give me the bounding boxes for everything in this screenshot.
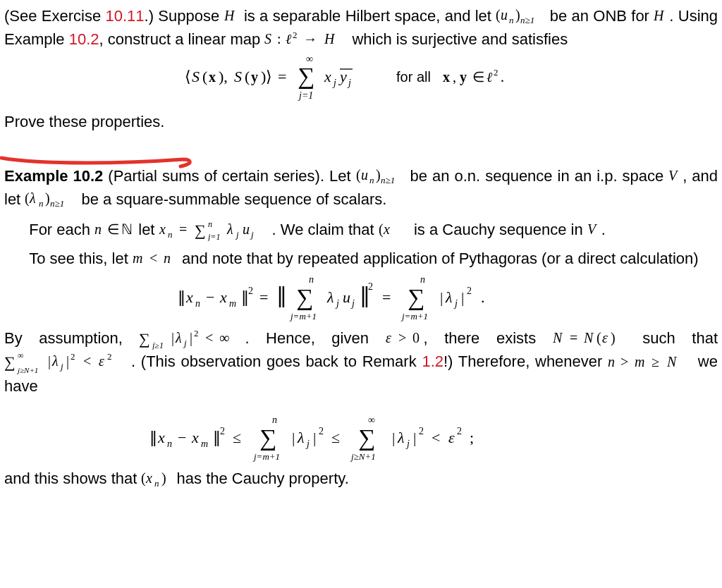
svg-text:V: V <box>587 223 598 237</box>
svg-text:|: | <box>461 288 464 306</box>
svg-text:n: n <box>309 274 314 285</box>
svg-text:>: > <box>398 332 406 345</box>
link-remark-1-2[interactable]: 1.2 <box>422 353 443 370</box>
svg-text:λ: λ <box>326 288 334 306</box>
svg-text:): ) <box>161 472 166 486</box>
svg-text:N: N <box>583 331 594 345</box>
text: which is surjective and satisfies <box>352 30 568 48</box>
text: . (This observation goes back to Remark <box>131 353 422 370</box>
svg-text:j=m+1: j=m+1 <box>252 451 280 462</box>
math-xn-seq-2: ( x n ) <box>141 472 172 487</box>
svg-text:j: j <box>250 229 254 240</box>
svg-text:n: n <box>272 415 277 425</box>
svg-text:x: x <box>324 68 331 85</box>
text: be a square-summable sequence of scalars… <box>81 190 386 208</box>
svg-text:ℓ: ℓ <box>487 69 493 85</box>
svg-text:S: S <box>192 68 200 85</box>
svg-text:m: m <box>229 298 236 309</box>
svg-text:): ) <box>611 331 616 346</box>
svg-text:2: 2 <box>194 329 199 338</box>
svg-text:∑: ∑ <box>296 284 313 311</box>
svg-text:−: − <box>206 288 214 306</box>
svg-text:): ) <box>376 169 381 183</box>
math-tail-sum: ∑ ∞ j≥N+1 | λ j | 2 < ε 2 <box>4 352 131 374</box>
svg-text:,: , <box>453 69 456 85</box>
svg-text:≤: ≤ <box>233 429 241 446</box>
svg-text:>: > <box>620 356 628 369</box>
svg-text:∈: ∈ <box>107 223 119 237</box>
svg-text:j≥N+1: j≥N+1 <box>350 451 376 462</box>
svg-text:∑: ∑ <box>408 284 424 311</box>
svg-text:u: u <box>361 169 368 183</box>
svg-text:=: = <box>259 288 268 306</box>
svg-text:H: H <box>324 32 336 47</box>
math-S-map: S : ℓ 2 → H <box>264 32 348 49</box>
text: is a Cauchy sequence in <box>414 221 587 238</box>
text: . <box>320 167 329 185</box>
math-V: V <box>668 170 683 184</box>
svg-text:ε: ε <box>99 353 104 369</box>
text: be an o.n. sequence in an i.p. space <box>410 167 669 185</box>
svg-text:;: ; <box>470 429 474 446</box>
svg-text:→: → <box>303 32 317 47</box>
svg-text:j=m+1: j=m+1 <box>289 311 317 321</box>
link-example-10-2[interactable]: 10.2 <box>69 30 99 48</box>
svg-text:|: | <box>392 429 395 446</box>
svg-text:j=m+1: j=m+1 <box>400 311 428 321</box>
svg-text:j: j <box>405 439 410 449</box>
svg-text:H: H <box>224 10 235 23</box>
svg-text:),: ), <box>219 68 228 85</box>
text: and this shows that <box>4 470 141 487</box>
math-m-lt-n: m < n <box>133 252 178 267</box>
svg-text:x: x <box>157 429 165 446</box>
equation-final-bound: ‖ x n − x m ‖ 2 ≤ n ∑ j=m+1 | λ j | 2 ≤ … <box>4 413 718 464</box>
svg-text:∑: ∑ <box>298 63 314 90</box>
svg-text:m: m <box>201 439 208 449</box>
text: . We claim that <box>272 221 379 238</box>
svg-text:(: ( <box>245 68 250 85</box>
svg-text:n: n <box>39 198 44 209</box>
svg-text:(: ( <box>25 192 30 207</box>
text: .) Suppose <box>145 7 224 25</box>
svg-text:λ: λ <box>445 288 453 306</box>
paragraph-conclusion: and this shows that ( x n ) has the Cauc… <box>4 467 718 490</box>
math-n-in-N: n ∈ ℕ <box>94 223 134 238</box>
svg-text:2: 2 <box>293 32 298 40</box>
text: !) Therefore, whenever <box>443 353 608 370</box>
svg-text:n≥1: n≥1 <box>50 198 64 209</box>
svg-text:<: < <box>205 330 213 345</box>
svg-text:y: y <box>338 68 347 85</box>
svg-text:j: j <box>335 298 339 309</box>
math-H: H <box>224 10 240 24</box>
svg-text:∈: ∈ <box>472 69 484 85</box>
math-xn-seq: ( x x n ) <box>379 223 410 238</box>
link-exercise-10-11[interactable]: 10.11 <box>106 7 145 25</box>
text: (See Exercise <box>4 7 106 25</box>
example-title: (Partial sums of certain series) <box>103 167 320 185</box>
svg-text:j: j <box>347 78 351 88</box>
svg-text:‖: ‖ <box>276 283 287 307</box>
svg-text:x: x <box>209 69 216 85</box>
svg-text:j=1: j=1 <box>298 90 313 101</box>
svg-text:ε: ε <box>386 332 391 345</box>
svg-text:∑: ∑ <box>195 221 206 239</box>
text: and note that by repeated application of… <box>182 250 699 267</box>
svg-text:ℕ: ℕ <box>121 223 133 237</box>
svg-text:λ: λ <box>51 353 59 369</box>
svg-text:≥: ≥ <box>651 356 659 369</box>
svg-text:j=1: j=1 <box>207 232 220 241</box>
svg-text:u: u <box>343 288 350 306</box>
math-eq2: ‖ x n − x m ‖ 2 = ‖ n ∑ j=m+1 λ j u j ‖ … <box>178 273 544 324</box>
paragraph-intro: (See Exercise 10.11.) Suppose H is a sep… <box>4 4 718 51</box>
example-10-2-heading: Example 10.2 (Partial sums of certain se… <box>4 164 718 211</box>
math-sum-finite: ∑ j≥1 | λ j | 2 < ∞ <box>139 329 245 350</box>
text: , construct a linear map <box>99 30 265 48</box>
svg-text:<: < <box>83 353 91 369</box>
svg-text:j≥1: j≥1 <box>151 341 164 350</box>
svg-text:.: . <box>481 288 485 306</box>
math-xn-def: x n = ∑ n j=1 λ j u j <box>159 220 272 241</box>
svg-text:(: ( <box>596 331 601 346</box>
svg-text:n≥1: n≥1 <box>520 15 534 25</box>
svg-text:S: S <box>234 68 242 85</box>
svg-text:|: | <box>171 330 174 346</box>
